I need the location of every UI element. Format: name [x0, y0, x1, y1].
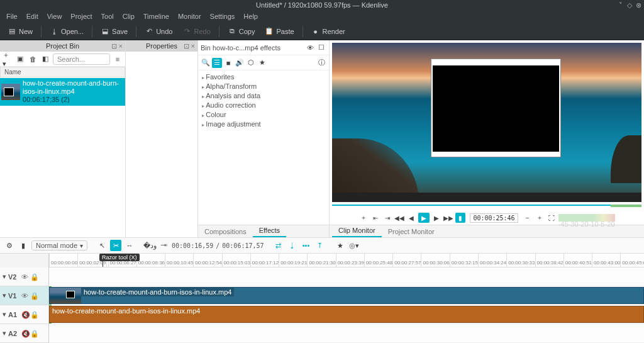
track-head-v2[interactable]: ▾V2👁🔒	[0, 267, 48, 286]
monitor-ruler[interactable]	[332, 205, 641, 211]
add-clip-icon[interactable]: ＋▾	[3, 54, 13, 64]
properties-tab[interactable]: Properties⊡ ×	[126, 40, 197, 52]
zone-in-icon[interactable]: �ود	[144, 240, 155, 251]
lock-icon[interactable]: 🔒	[30, 273, 37, 280]
visibility-icon[interactable]: 👁	[305, 43, 315, 53]
custom-icon[interactable]: ⬡	[246, 58, 256, 68]
maximize-icon[interactable]: ◇	[626, 2, 633, 8]
add-marker-icon[interactable]: ＋	[358, 213, 369, 223]
favorite-icon[interactable]: ★	[257, 58, 267, 68]
track-menu-icon[interactable]: ▮	[18, 240, 29, 251]
close-icon[interactable]: ⊡ ×	[184, 42, 195, 50]
zone-start-icon[interactable]: ⇤	[370, 213, 380, 223]
track-a2[interactable]	[49, 324, 644, 343]
preview-render-icon[interactable]: ◎▾	[348, 240, 360, 251]
open-button[interactable]: ⭳Open...	[46, 25, 87, 38]
track-v2[interactable]	[49, 267, 644, 286]
plus-icon[interactable]: ＋	[535, 213, 545, 223]
effect-cat-audio[interactable]: Audio correction	[202, 101, 325, 109]
redo-button[interactable]: ↷Redo	[179, 25, 214, 38]
menu-timeline[interactable]: Timeline	[140, 11, 173, 21]
mute-icon[interactable]: 🔇	[21, 330, 28, 337]
timeline-ruler[interactable]: Razor tool (X) 00:00:00:0000:00:02:0900:…	[49, 254, 644, 267]
delete-icon[interactable]: 🗑	[28, 54, 38, 64]
insert-icon[interactable]: •••	[301, 240, 312, 251]
folder-icon[interactable]: ▣	[15, 54, 25, 64]
select-tool-icon[interactable]: ↖	[96, 240, 108, 251]
effect-cat-image[interactable]: Image adjustment	[202, 120, 325, 128]
render-button[interactable]: ●Render	[308, 25, 349, 38]
checkbox-icon[interactable]: ☐	[316, 43, 326, 53]
lock-icon[interactable]: 🔒	[30, 311, 37, 318]
fullscreen-icon[interactable]: ⛶	[547, 213, 557, 223]
new-button[interactable]: ▤New	[4, 25, 36, 38]
options-icon[interactable]: ≡	[113, 54, 123, 64]
tab-effects[interactable]: Effects	[253, 225, 286, 237]
tag-icon[interactable]: ◧	[40, 54, 50, 64]
name-column-header[interactable]: Name	[0, 67, 125, 77]
mute-icon[interactable]: 🔇	[21, 311, 28, 318]
monitor-view[interactable]	[332, 43, 641, 202]
zone-out-icon[interactable]: ⭲	[158, 240, 169, 251]
tab-clip-monitor[interactable]: Clip Monitor	[332, 225, 382, 237]
list-icon[interactable]: ☰	[212, 58, 222, 68]
overwrite-icon[interactable]: ⭭	[287, 240, 298, 251]
search-input[interactable]: Search...	[53, 53, 110, 65]
lock-icon[interactable]: 🔒	[30, 330, 37, 337]
track-head-a2[interactable]: ▾A2🔇🔒	[0, 324, 48, 343]
next-frame-icon[interactable]: ▶	[431, 213, 441, 223]
mix-icon[interactable]: ⇄	[273, 240, 284, 251]
razor-tool-icon[interactable]: ✂	[110, 240, 121, 251]
project-bin-tab[interactable]: Project Bin⊡ ×	[0, 40, 125, 52]
menu-view[interactable]: View	[43, 11, 66, 21]
tab-project-monitor[interactable]: Project Monitor	[382, 226, 441, 237]
minus-icon[interactable]: −	[523, 213, 533, 223]
monitor-timecode[interactable]: 00:00:25:46	[470, 213, 518, 223]
mute-icon[interactable]: 👁	[21, 292, 28, 299]
menu-monitor[interactable]: Monitor	[174, 11, 205, 21]
info-icon[interactable]: ⓘ	[316, 58, 326, 68]
audio-icon[interactable]: 🔊	[235, 58, 245, 68]
menu-help[interactable]: Help	[240, 11, 262, 21]
forward-icon[interactable]: ▶▶	[443, 213, 453, 223]
menu-project[interactable]: Project	[67, 11, 96, 21]
minimize-icon[interactable]: ˅	[618, 2, 624, 8]
lift-icon[interactable]: ⤒	[314, 240, 326, 251]
mute-icon[interactable]: 👁	[21, 273, 28, 280]
zone-end-icon[interactable]: ⇥	[382, 213, 392, 223]
rewind-icon[interactable]: ◀◀	[394, 213, 404, 223]
play-button[interactable]: ▶	[418, 213, 430, 223]
spacer-tool-icon[interactable]: ↔	[124, 240, 135, 251]
save-button[interactable]: ⬓Save	[97, 25, 131, 38]
undo-button[interactable]: ↶Undo	[141, 25, 176, 38]
menu-file[interactable]: File	[3, 11, 21, 21]
edit-mode-select[interactable]: Normal mode ▾	[31, 240, 87, 250]
menu-edit[interactable]: Edit	[23, 11, 42, 21]
paste-button[interactable]: 📋Paste	[261, 25, 297, 38]
gear-icon[interactable]: ⚙	[4, 240, 15, 251]
video-icon[interactable]: ■	[223, 58, 233, 68]
effect-cat-favorites[interactable]: Favorites	[202, 73, 325, 81]
effect-cat-alpha[interactable]: Alpha/Transform	[202, 82, 325, 90]
menu-tool[interactable]: Tool	[97, 11, 118, 21]
menu-clip[interactable]: Clip	[119, 11, 138, 21]
copy-button[interactable]: ⧉Copy	[224, 25, 259, 38]
track-head-v1[interactable]: ▾V1👁🔒	[0, 286, 48, 305]
track-a1[interactable]: how-to-create-mount-and-burn-isos-in-lin…	[49, 305, 644, 324]
effect-cat-colour[interactable]: Colour	[202, 111, 325, 118]
track-head-a1[interactable]: ▾A1🔇🔒	[0, 305, 48, 324]
close-icon[interactable]: ⊡ ×	[111, 42, 123, 50]
effect-cat-analysis[interactable]: Analysis and data	[202, 92, 325, 99]
bin-clip-item[interactable]: how-to-create-mount-and-burn-isos-in-lin…	[0, 78, 125, 106]
tab-compositions[interactable]: Compositions	[198, 226, 253, 237]
search-icon[interactable]: 🔍	[201, 58, 211, 68]
track-v1[interactable]: how-to-create-mount-and-burn-isos-in-lin…	[49, 286, 644, 305]
close-icon[interactable]: ⊗	[635, 2, 641, 8]
menu-settings[interactable]: Settings	[206, 11, 239, 21]
audio-clip[interactable]: how-to-create-mount-and-burn-isos-in-lin…	[49, 306, 644, 323]
edit-mode-icon[interactable]: ▮	[455, 213, 465, 223]
favorite-effect-icon[interactable]: ★	[335, 240, 346, 251]
video-clip[interactable]: how-to-create-mount-and-burn-isos-in-lin…	[49, 287, 644, 304]
prev-frame-icon[interactable]: ◀	[406, 213, 416, 223]
lock-icon[interactable]: 🔒	[30, 292, 37, 299]
